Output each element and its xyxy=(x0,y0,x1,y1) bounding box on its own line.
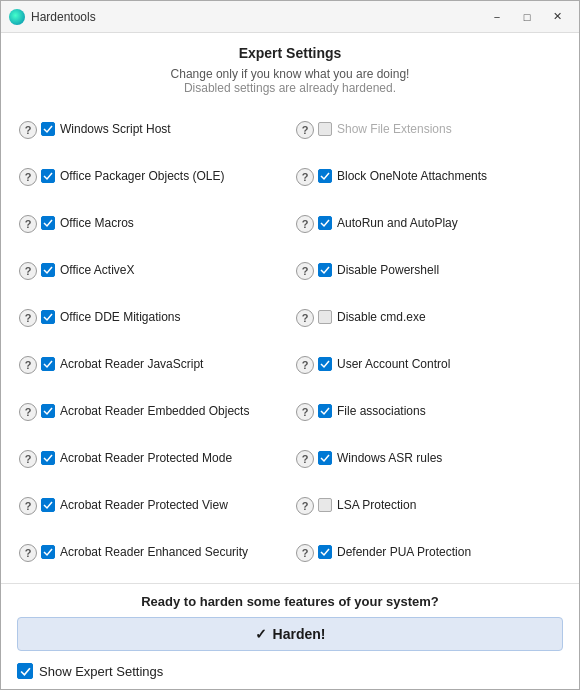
label-user-account-control: User Account Control xyxy=(337,357,450,371)
label-disable-powershell: Disable Powershell xyxy=(337,263,439,277)
minimize-button[interactable]: − xyxy=(483,6,511,28)
checkbox-office-macros[interactable] xyxy=(41,216,55,230)
setting-row-acrobat-javascript: ? Acrobat Reader JavaScript xyxy=(17,342,286,387)
close-button[interactable]: ✕ xyxy=(543,6,571,28)
checkbox-wrapper-defender-pua[interactable]: Defender PUA Protection xyxy=(318,545,471,559)
checkbox-wrapper-user-account-control[interactable]: User Account Control xyxy=(318,357,450,371)
checkbox-lsa-protection[interactable] xyxy=(318,498,332,512)
checkbox-disable-cmd[interactable] xyxy=(318,310,332,324)
help-btn-acrobat-javascript[interactable]: ? xyxy=(19,356,37,374)
checkbox-defender-pua[interactable] xyxy=(318,545,332,559)
checkbox-wrapper-lsa-protection[interactable]: LSA Protection xyxy=(318,498,416,512)
checkbox-file-associations[interactable] xyxy=(318,404,332,418)
checkbox-autorun-autoplay[interactable] xyxy=(318,216,332,230)
checkbox-wrapper-disable-cmd[interactable]: Disable cmd.exe xyxy=(318,310,426,324)
help-btn-acrobat-protected-view[interactable]: ? xyxy=(19,497,37,515)
checkbox-office-packager-objects[interactable] xyxy=(41,169,55,183)
settings-grid: ? Windows Script Host ? Show File Extens… xyxy=(17,107,563,575)
checkbox-office-dde[interactable] xyxy=(41,310,55,324)
checkbox-acrobat-embedded[interactable] xyxy=(41,404,55,418)
help-btn-lsa-protection[interactable]: ? xyxy=(296,497,314,515)
checkbox-acrobat-protected-view[interactable] xyxy=(41,498,55,512)
harden-checkmark-icon: ✓ xyxy=(255,626,267,642)
setting-row-lsa-protection: ? LSA Protection xyxy=(294,483,563,528)
help-btn-acrobat-protected-mode[interactable]: ? xyxy=(19,450,37,468)
footer-section: Ready to harden some features of your sy… xyxy=(1,583,579,689)
help-btn-office-packager-objects[interactable]: ? xyxy=(19,168,37,186)
checkbox-acrobat-javascript[interactable] xyxy=(41,357,55,371)
section-title: Expert Settings xyxy=(17,45,563,61)
help-btn-acrobat-enhanced-security[interactable]: ? xyxy=(19,544,37,562)
harden-button-label: Harden! xyxy=(273,626,326,642)
main-window: Hardentools − □ ✕ Expert Settings Change… xyxy=(0,0,580,690)
setting-row-defender-pua: ? Defender PUA Protection xyxy=(294,530,563,575)
harden-button[interactable]: ✓ Harden! xyxy=(17,617,563,651)
help-btn-acrobat-embedded[interactable]: ? xyxy=(19,403,37,421)
checkbox-wrapper-block-onenote[interactable]: Block OneNote Attachments xyxy=(318,169,487,183)
label-office-dde: Office DDE Mitigations xyxy=(60,310,181,324)
help-btn-user-account-control[interactable]: ? xyxy=(296,356,314,374)
setting-row-acrobat-protected-view: ? Acrobat Reader Protected View xyxy=(17,483,286,528)
checkbox-wrapper-show-file-extensions[interactable]: Show File Extensions xyxy=(318,122,452,136)
label-show-file-extensions: Show File Extensions xyxy=(337,122,452,136)
setting-row-block-onenote: ? Block OneNote Attachments xyxy=(294,154,563,199)
checkbox-acrobat-enhanced-security[interactable] xyxy=(41,545,55,559)
checkbox-wrapper-acrobat-embedded[interactable]: Acrobat Reader Embedded Objects xyxy=(41,404,249,418)
setting-row-acrobat-enhanced-security: ? Acrobat Reader Enhanced Security xyxy=(17,530,286,575)
checkbox-user-account-control[interactable] xyxy=(318,357,332,371)
checkbox-disable-powershell[interactable] xyxy=(318,263,332,277)
setting-row-autorun-autoplay: ? AutoRun and AutoPlay xyxy=(294,201,563,246)
help-btn-defender-pua[interactable]: ? xyxy=(296,544,314,562)
help-btn-autorun-autoplay[interactable]: ? xyxy=(296,215,314,233)
label-windows-script-host: Windows Script Host xyxy=(60,122,171,136)
help-btn-office-activex[interactable]: ? xyxy=(19,262,37,280)
setting-row-windows-script-host: ? Windows Script Host xyxy=(17,107,286,152)
harden-prompt: Ready to harden some features of your sy… xyxy=(17,594,563,609)
subtitle: Change only if you know what you are doi… xyxy=(17,67,563,95)
help-btn-disable-cmd[interactable]: ? xyxy=(296,309,314,327)
checkbox-show-file-extensions[interactable] xyxy=(318,122,332,136)
label-block-onenote: Block OneNote Attachments xyxy=(337,169,487,183)
app-icon xyxy=(9,9,25,25)
titlebar: Hardentools − □ ✕ xyxy=(1,1,579,33)
checkbox-wrapper-office-activex[interactable]: Office ActiveX xyxy=(41,263,134,277)
label-acrobat-enhanced-security: Acrobat Reader Enhanced Security xyxy=(60,545,248,559)
checkbox-windows-asr[interactable] xyxy=(318,451,332,465)
checkbox-wrapper-office-dde[interactable]: Office DDE Mitigations xyxy=(41,310,181,324)
checkbox-acrobat-protected-mode[interactable] xyxy=(41,451,55,465)
checkbox-wrapper-acrobat-enhanced-security[interactable]: Acrobat Reader Enhanced Security xyxy=(41,545,248,559)
help-btn-file-associations[interactable]: ? xyxy=(296,403,314,421)
label-office-packager-objects: Office Packager Objects (OLE) xyxy=(60,169,225,183)
label-autorun-autoplay: AutoRun and AutoPlay xyxy=(337,216,458,230)
help-btn-show-file-extensions[interactable]: ? xyxy=(296,121,314,139)
setting-row-office-dde: ? Office DDE Mitigations xyxy=(17,295,286,340)
checkbox-wrapper-autorun-autoplay[interactable]: AutoRun and AutoPlay xyxy=(318,216,458,230)
label-office-macros: Office Macros xyxy=(60,216,134,230)
checkbox-block-onenote[interactable] xyxy=(318,169,332,183)
checkbox-wrapper-acrobat-protected-view[interactable]: Acrobat Reader Protected View xyxy=(41,498,228,512)
checkbox-wrapper-office-packager-objects[interactable]: Office Packager Objects (OLE) xyxy=(41,169,225,183)
show-expert-row: Show Expert Settings xyxy=(17,661,563,681)
help-btn-windows-script-host[interactable]: ? xyxy=(19,121,37,139)
main-content: Expert Settings Change only if you know … xyxy=(1,33,579,583)
label-acrobat-embedded: Acrobat Reader Embedded Objects xyxy=(60,404,249,418)
checkbox-wrapper-windows-asr[interactable]: Windows ASR rules xyxy=(318,451,442,465)
checkbox-wrapper-windows-script-host[interactable]: Windows Script Host xyxy=(41,122,171,136)
label-acrobat-protected-mode: Acrobat Reader Protected Mode xyxy=(60,451,232,465)
show-expert-checkbox[interactable] xyxy=(17,663,33,679)
label-office-activex: Office ActiveX xyxy=(60,263,134,277)
checkbox-wrapper-office-macros[interactable]: Office Macros xyxy=(41,216,134,230)
checkbox-wrapper-file-associations[interactable]: File associations xyxy=(318,404,426,418)
checkbox-wrapper-acrobat-javascript[interactable]: Acrobat Reader JavaScript xyxy=(41,357,203,371)
help-btn-windows-asr[interactable]: ? xyxy=(296,450,314,468)
help-btn-block-onenote[interactable]: ? xyxy=(296,168,314,186)
checkbox-wrapper-acrobat-protected-mode[interactable]: Acrobat Reader Protected Mode xyxy=(41,451,232,465)
help-btn-disable-powershell[interactable]: ? xyxy=(296,262,314,280)
maximize-button[interactable]: □ xyxy=(513,6,541,28)
setting-row-acrobat-protected-mode: ? Acrobat Reader Protected Mode xyxy=(17,436,286,481)
help-btn-office-macros[interactable]: ? xyxy=(19,215,37,233)
checkbox-office-activex[interactable] xyxy=(41,263,55,277)
checkbox-wrapper-disable-powershell[interactable]: Disable Powershell xyxy=(318,263,439,277)
help-btn-office-dde[interactable]: ? xyxy=(19,309,37,327)
checkbox-windows-script-host[interactable] xyxy=(41,122,55,136)
